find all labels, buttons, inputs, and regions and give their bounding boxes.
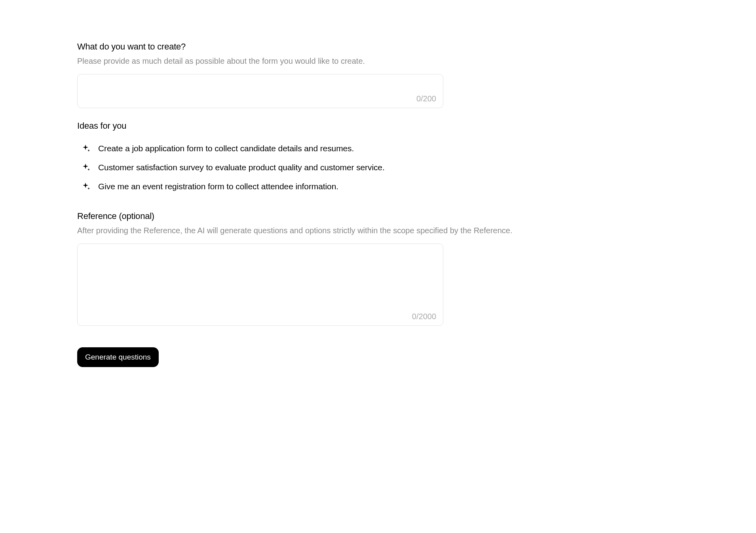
create-textarea[interactable] (77, 74, 443, 108)
sparkle-icon (82, 163, 91, 172)
idea-item-2[interactable]: Give me an event registration form to co… (77, 177, 679, 196)
create-description: Please provide as much detail as possibl… (77, 55, 679, 67)
reference-title: Reference (optional) (77, 211, 679, 221)
reference-textarea-wrapper: 0/2000 (77, 244, 443, 327)
idea-item-1[interactable]: Customer satisfaction survey to evaluate… (77, 158, 679, 177)
sparkle-icon (82, 144, 91, 153)
reference-section: Reference (optional) After providing the… (77, 211, 679, 327)
idea-text: Give me an event registration form to co… (98, 182, 338, 191)
create-textarea-wrapper: 0/200 (77, 74, 443, 110)
idea-text: Customer satisfaction survey to evaluate… (98, 163, 385, 172)
ideas-section: Ideas for you Create a job application f… (77, 121, 679, 196)
create-title: What do you want to create? (77, 42, 679, 52)
ideas-list: Create a job application form to collect… (77, 139, 679, 196)
sparkle-icon (82, 182, 91, 191)
idea-item-0[interactable]: Create a job application form to collect… (77, 139, 679, 158)
generate-questions-button[interactable]: Generate questions (77, 347, 159, 367)
reference-textarea[interactable] (77, 244, 443, 326)
idea-text: Create a job application form to collect… (98, 144, 354, 153)
ideas-title: Ideas for you (77, 121, 679, 131)
create-section: What do you want to create? Please provi… (77, 42, 679, 110)
reference-description: After providing the Reference, the AI wi… (77, 225, 679, 236)
